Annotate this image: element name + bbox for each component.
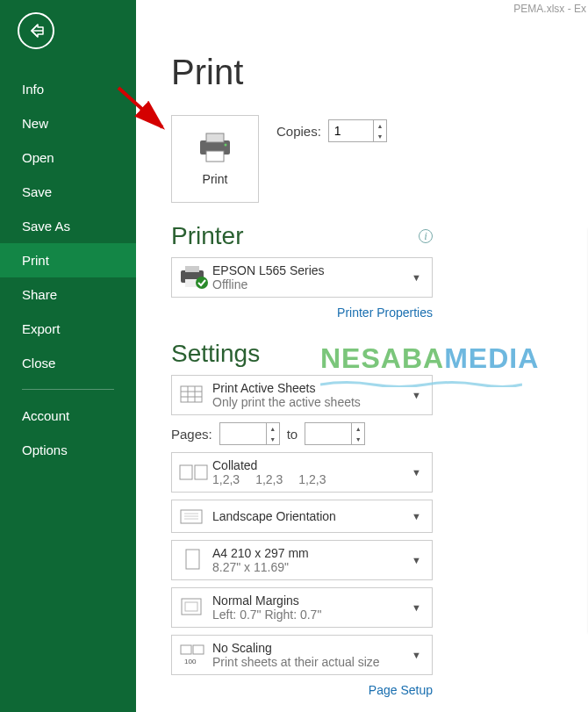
printer-section-title: Printer i [171, 222, 433, 250]
page-setup-link[interactable]: Page Setup [369, 683, 433, 697]
pages-to-input[interactable] [305, 423, 351, 444]
svg-text:100: 100 [184, 658, 197, 665]
page-title: Print [171, 53, 588, 92]
svg-rect-7 [185, 266, 199, 272]
svg-rect-24 [181, 645, 191, 654]
sidebar-items: Info New Open Save Save As Print Share E… [0, 72, 136, 467]
svg-rect-25 [193, 645, 204, 654]
chevron-down-icon: ▼ [408, 390, 425, 400]
chevron-down-icon: ▼ [408, 467, 425, 478]
scaling-icon: 100 [179, 644, 207, 666]
down-icon[interactable]: ▼ [352, 434, 364, 444]
chevron-down-icon: ▼ [408, 555, 425, 565]
title-bar: PEMA.xlsx - Ex [136, 0, 588, 18]
sidebar-item-open[interactable]: Open [0, 140, 136, 175]
sidebar-item-saveas[interactable]: Save As [0, 209, 136, 243]
sidebar-item-info[interactable]: Info [0, 72, 136, 106]
chevron-down-icon: ▼ [408, 650, 425, 660]
copies-label: Copies: [276, 124, 321, 139]
orientation-dropdown[interactable]: Landscape Orientation ▼ [171, 500, 433, 533]
pages-from-input[interactable] [220, 423, 266, 444]
copies-input[interactable] [329, 120, 373, 141]
print-what-dropdown[interactable]: Print Active Sheets Only print the activ… [171, 375, 433, 415]
svg-rect-22 [182, 599, 201, 615]
back-button[interactable] [18, 12, 54, 49]
printer-info-icon[interactable]: i [419, 229, 433, 243]
margins-dropdown[interactable]: Normal Margins Left: 0.7" Right: 0.7" ▼ [171, 587, 433, 628]
settings-section-title: Settings [171, 340, 433, 368]
sidebar-item-print[interactable]: Print [0, 243, 136, 277]
sidebar-item-new[interactable]: New [0, 106, 136, 140]
scaling-dropdown[interactable]: 100 No Scaling Print sheets at their act… [171, 635, 433, 675]
sheets-icon [179, 385, 205, 406]
svg-rect-21 [186, 550, 199, 569]
sidebar-item-share[interactable]: Share [0, 277, 136, 312]
printer-icon [197, 132, 233, 163]
printer-status: Offline [212, 277, 408, 291]
sidebar-item-options[interactable]: Options [0, 433, 136, 467]
pages-from-spinner[interactable]: ▲▼ [219, 422, 280, 445]
margins-icon [179, 596, 205, 619]
printer-dropdown[interactable]: EPSON L565 Series Offline ▼ [171, 257, 433, 298]
sidebar-divider [22, 389, 114, 390]
sidebar-item-export[interactable]: Export [0, 312, 136, 346]
svg-rect-15 [180, 465, 192, 479]
svg-rect-4 [206, 151, 224, 162]
copies-up-icon[interactable]: ▲ [374, 120, 386, 131]
copies-down-icon[interactable]: ▼ [374, 131, 386, 141]
chevron-down-icon: ▼ [408, 272, 425, 283]
pages-label: Pages: [171, 427, 212, 442]
sidebar-item-close[interactable]: Close [0, 346, 136, 380]
printer-name: EPSON L565 Series [212, 263, 408, 277]
svg-point-9 [196, 277, 208, 289]
svg-rect-10 [181, 386, 202, 402]
up-icon[interactable]: ▲ [267, 423, 279, 434]
backstage-sidebar: Info New Open Save Save As Print Share E… [0, 0, 136, 712]
landscape-icon [179, 506, 205, 527]
chevron-down-icon: ▼ [408, 602, 425, 613]
up-icon[interactable]: ▲ [352, 423, 364, 434]
pages-to-label: to [287, 427, 298, 442]
chevron-down-icon: ▼ [408, 511, 425, 521]
print-button-label: Print [203, 172, 228, 186]
print-panel: Print Print Copies: ▲ ▼ Printer i [136, 18, 588, 712]
paper-size-dropdown[interactable]: A4 210 x 297 mm 8.27" x 11.69" ▼ [171, 540, 433, 580]
down-icon[interactable]: ▼ [267, 434, 279, 444]
print-button[interactable]: Print [171, 115, 259, 203]
svg-point-5 [225, 144, 227, 147]
svg-rect-16 [195, 465, 207, 479]
printer-properties-link[interactable]: Printer Properties [337, 306, 433, 320]
collated-dropdown[interactable]: Collated 1,2,31,2,31,2,3 ▼ [171, 452, 433, 493]
paper-icon [179, 547, 205, 573]
sidebar-item-account[interactable]: Account [0, 399, 136, 433]
copies-spinner[interactable]: ▲ ▼ [328, 119, 387, 142]
collated-icon [179, 462, 209, 483]
pages-to-spinner[interactable]: ▲▼ [305, 422, 365, 445]
svg-rect-3 [206, 133, 224, 142]
back-arrow-icon [27, 22, 45, 40]
printer-status-icon [179, 265, 211, 290]
sidebar-item-save[interactable]: Save [0, 175, 136, 209]
